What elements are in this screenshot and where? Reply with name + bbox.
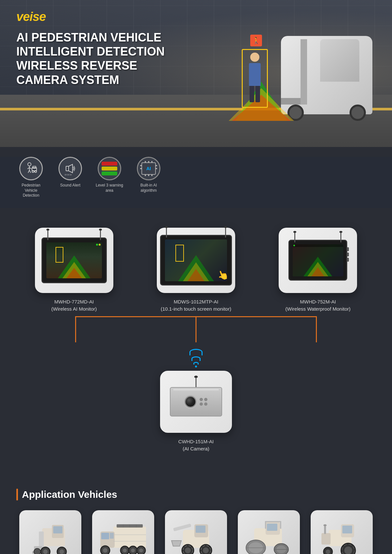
svg-point-29 [103, 548, 107, 553]
camera-product: CWHD-151M-AI (AI Camera) [147, 371, 245, 453]
svg-rect-26 [101, 533, 109, 539]
person-head [250, 53, 259, 62]
person-body [249, 63, 261, 86]
product2-name: MDWS-1012MTP-AI (10.1-inch touch screen … [161, 298, 231, 313]
monitor3-btn-2[interactable] [347, 253, 349, 256]
ai-text-label: AI [142, 163, 155, 174]
svg-rect-73 [324, 526, 326, 534]
product1-model: MWHD-772MD-AI [54, 299, 94, 304]
app-title-bar [16, 489, 18, 500]
svg-marker-11 [69, 164, 73, 173]
product-mdws-1012: 👆 MDWS-1012MTP-AI (10.1-inch touch scree… [147, 228, 245, 313]
svg-rect-65 [321, 533, 331, 545]
vehicle-palletizers: Palletizers [16, 510, 84, 554]
app-title: Application Vehicles [22, 489, 117, 500]
monitor3-zone-red [311, 267, 324, 276]
level3-bars [102, 162, 117, 175]
feature-sound: DI DI DI Sound Alert [56, 157, 85, 198]
camera-lens [185, 396, 196, 408]
level3-feature-label: Level 3 warning area [95, 183, 124, 193]
trucks-image [92, 510, 154, 554]
monitor3-screen [293, 244, 343, 276]
brand-logo: veise [16, 10, 186, 24]
person-leg-left [250, 86, 254, 102]
features-row: Pedestrian Vehicle Detection DI DI DI So… [0, 157, 392, 208]
warning-pedestrian-icon: 🚶 [250, 35, 262, 46]
camera-section: CWHD-151M-AI (AI Camera) [16, 342, 376, 466]
truck-svg [95, 515, 151, 554]
hero-content: veise AI PEDESTRIAN VEHICLE INTELLIGENT … [0, 0, 203, 97]
svg-point-9 [35, 171, 37, 172]
svg-rect-55 [265, 521, 281, 522]
monitor3-btn-3[interactable] [347, 258, 349, 262]
monitor3-antenna-right [340, 231, 341, 242]
monitor2-zone-red [188, 269, 204, 281]
hero-title: AI PEDESTRIAN VEHICLE INTELLIGENT DETECT… [16, 30, 186, 87]
sound-feature-label: Sound Alert [60, 183, 80, 188]
monitor3-btn-1[interactable] [347, 247, 349, 251]
svg-rect-54 [267, 524, 277, 531]
pedestrian-vehicle-icon [24, 162, 38, 175]
svg-point-23 [34, 548, 41, 554]
camera-desc: (AI Camera) [183, 446, 209, 451]
monitor2-display: 👆 [160, 235, 232, 285]
conn-line-left [75, 316, 76, 342]
forklift-cabin [320, 39, 359, 82]
svg-rect-24 [113, 527, 146, 548]
monitor1-antenna-left [47, 229, 48, 240]
monitor3-status-bar [293, 244, 343, 247]
feature-level3: Level 3 warning area [95, 157, 124, 198]
svg-point-20 [59, 549, 64, 554]
level3-bar-red [102, 162, 117, 166]
vehicle-wheel-loaders: Wheel Loaders [162, 510, 230, 554]
product3-name: MWHD-752M-AI (Wireless Waterproof Monito… [286, 298, 351, 313]
product3-model: MWHD-752M-AI [300, 299, 336, 304]
product1-desc: (Wireless AI Monitor) [51, 306, 97, 312]
person-leg-right [255, 86, 260, 102]
loader-svg [170, 515, 222, 554]
svg-point-31 [123, 548, 127, 552]
product2-desc: (10.1-inch touch screen monitor) [161, 306, 231, 312]
level3-icon-circle [98, 157, 121, 180]
vehicle-trucks: Trucks [89, 510, 157, 554]
vehicles-grid: Palletizers [16, 510, 376, 554]
wifi-signal-icon [189, 349, 203, 367]
monitor3-screen-content [293, 244, 343, 276]
monitor3-image-container [279, 228, 357, 293]
conn-line-right [316, 316, 317, 342]
application-section: Application Vehicles [0, 479, 392, 554]
svg-text:DI DI DI: DI DI DI [65, 174, 72, 175]
monitor3-outer [288, 240, 347, 281]
monitor1-image-container [35, 228, 113, 293]
camera-led-2 [204, 398, 207, 401]
palletizer-image [19, 510, 81, 554]
sound-icon-circle: DI DI DI [58, 157, 82, 180]
svg-point-69 [344, 546, 352, 554]
svg-rect-44 [196, 526, 205, 533]
feature-ai: AI Built-in AI algorithm [134, 157, 163, 198]
wheel-loaders-image [165, 510, 227, 554]
monitor2-antenna-left [166, 226, 167, 237]
agricultural-svg [316, 515, 368, 554]
person-detection-box [242, 49, 268, 108]
monitor1-screen-content [46, 242, 102, 278]
monitor1-display [41, 237, 107, 283]
svg-point-33 [131, 548, 135, 552]
monitor1-screen [46, 242, 102, 278]
svg-rect-22 [53, 526, 62, 533]
vehicle-road-roller: Road Roller [235, 510, 303, 554]
pedestrian-icon-circle [19, 157, 43, 180]
camera-image-container [160, 371, 232, 433]
product3-desc: (Wireless Waterproof Monitor) [286, 306, 351, 312]
status-dot-green [96, 244, 98, 246]
monitor1-zone-red [66, 268, 82, 278]
product-mwhd-752m: MWHD-752M-AI (Wireless Waterproof Monito… [269, 228, 367, 313]
monitor1-person-box [56, 247, 63, 263]
products-section: MWHD-772MD-AI (Wireless AI Monitor) [0, 208, 392, 479]
monitor2-antenna-right [225, 226, 226, 237]
product-mwhd-772md: MWHD-772MD-AI (Wireless AI Monitor) [25, 228, 123, 313]
svg-rect-10 [66, 166, 69, 171]
monitor1-outer [41, 237, 107, 283]
camera-led-1 [200, 398, 203, 401]
camera-leds [200, 398, 207, 406]
